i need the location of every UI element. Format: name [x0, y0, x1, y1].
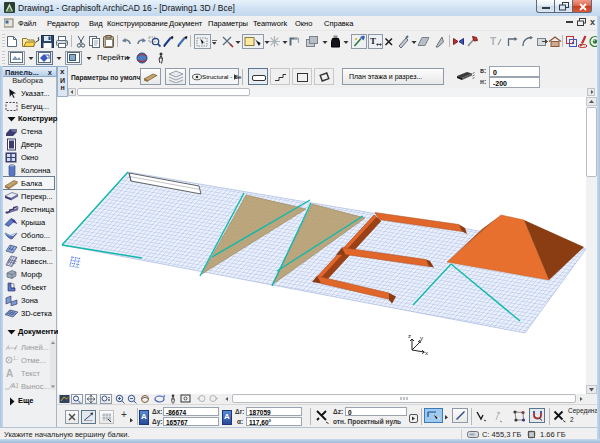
- svg-text:T: T: [370, 36, 376, 46]
- svg-text:A: A: [6, 368, 13, 378]
- svg-text:A1: A1: [11, 382, 18, 389]
- svg-text:y: y: [420, 335, 423, 341]
- svg-text:1.2: 1.2: [13, 355, 18, 361]
- svg-text:z: z: [408, 333, 411, 339]
- svg-text:T: T: [490, 36, 496, 47]
- svg-text:x: x: [425, 350, 428, 356]
